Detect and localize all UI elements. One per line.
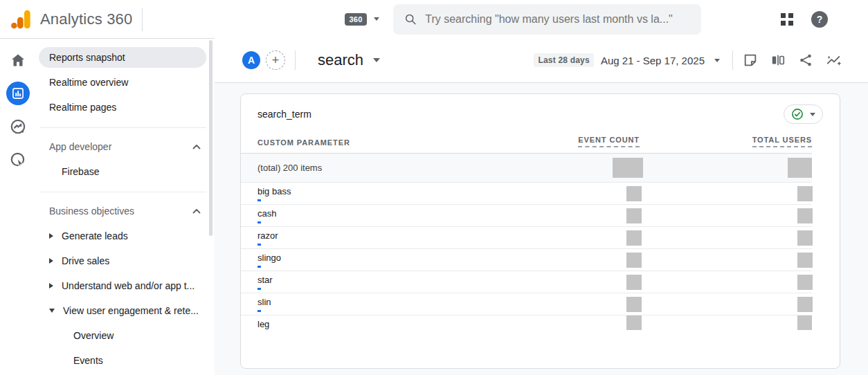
account-switcher[interactable]: 360	[345, 13, 379, 26]
search-term-cell: big bass	[257, 186, 515, 196]
share-icon[interactable]	[798, 53, 813, 68]
sidebar-divider	[39, 192, 206, 192]
sidebar-item-label: Overview	[73, 330, 114, 341]
date-preset-badge: Last 28 days	[534, 53, 593, 67]
comparison-icon[interactable]	[770, 53, 786, 68]
report-header: A + search Last 28 days Aug 21 - Sep 17,…	[215, 38, 868, 83]
date-range-text[interactable]: Aug 21 - Sep 17, 2025	[601, 55, 705, 66]
sidebar-section-business-objectives[interactable]: Business objectives	[39, 202, 201, 220]
add-comparison-button[interactable]: +	[266, 51, 285, 70]
report-title: search	[318, 51, 363, 69]
column-header-custom-parameter: CUSTOM PARAMETER	[257, 138, 350, 147]
sidebar-item-label: Firebase	[62, 166, 99, 177]
search-input[interactable]	[425, 13, 689, 26]
sidebar-item-reports-snapshot[interactable]: Reports snapshot	[39, 47, 206, 68]
table-total-row: (total) 200 items	[241, 154, 812, 183]
sidebar-item-view-user-engagement[interactable]: View user engagement & rete...	[39, 300, 206, 321]
search-term-cell: slin	[257, 297, 515, 307]
global-search[interactable]	[393, 4, 701, 35]
table-row[interactable]: razor	[241, 227, 812, 249]
account-360-badge: 360	[345, 13, 366, 26]
insights-icon[interactable]	[826, 53, 842, 68]
brand-divider	[142, 8, 143, 31]
redacted-value-block	[797, 315, 812, 330]
chevron-down-icon	[374, 17, 379, 21]
search-term-cell: razor	[257, 230, 515, 241]
redacted-link-block	[257, 221, 261, 223]
collapse-triangle-icon[interactable]	[49, 309, 55, 313]
card-title: search_term	[257, 109, 311, 120]
sidebar-item-events[interactable]: Events	[39, 350, 206, 371]
header-divider	[732, 51, 733, 70]
redacted-link-block	[257, 288, 261, 290]
search-icon	[404, 12, 417, 26]
avatar[interactable]: A	[242, 51, 260, 69]
column-header-event-count[interactable]: EVENT COUNT	[578, 136, 640, 147]
redacted-value-block	[613, 158, 643, 178]
total-row-label: (total) 200 items	[257, 163, 322, 173]
table-row[interactable]: slin	[241, 293, 812, 315]
sidebar-item-label: View user engagement & rete...	[63, 305, 199, 316]
home-icon	[10, 52, 26, 68]
redacted-value-block	[797, 275, 813, 290]
data-quality-button[interactable]	[784, 104, 823, 124]
reports-sidebar: Reports snapshot Realtime overview Realt…	[36, 39, 215, 375]
report-title-chevron-icon[interactable]	[373, 58, 380, 62]
column-header-total-users[interactable]: TOTAL USERS	[752, 136, 812, 147]
app-header: Analytics 360 360 ?	[0, 0, 868, 38]
sidebar-divider	[39, 127, 206, 128]
expand-triangle-icon[interactable]	[49, 258, 53, 264]
sidebar-item-label: Understand web and/or app t...	[62, 280, 195, 291]
expand-triangle-icon[interactable]	[49, 233, 53, 239]
report-content: search_term CUSTOM PARAMETER EVENT COUNT…	[215, 83, 868, 375]
sidebar-item-understand-web-app[interactable]: Understand web and/or app t...	[39, 275, 206, 296]
redacted-value-block	[797, 186, 813, 201]
chevron-up-icon	[192, 208, 201, 214]
sidebar-item-label: Drive sales	[62, 255, 109, 266]
check-circle-icon	[791, 108, 804, 120]
table-row[interactable]: big bass	[241, 183, 812, 205]
explore-nav-icon[interactable]	[6, 115, 30, 138]
table-row[interactable]: slingo	[241, 249, 812, 271]
table-row[interactable]: star	[241, 271, 812, 293]
home-nav-icon[interactable]	[6, 48, 30, 72]
sidebar-item-realtime-overview[interactable]: Realtime overview	[39, 72, 206, 93]
sidebar-scrollbar[interactable]	[209, 40, 213, 236]
header-divider	[295, 51, 296, 70]
sidebar-item-realtime-pages[interactable]: Realtime pages	[39, 97, 206, 118]
sidebar-item-label: Realtime overview	[49, 77, 128, 88]
sidebar-item-generate-leads[interactable]: Generate leads	[39, 226, 206, 246]
chevron-up-icon	[192, 144, 201, 149]
redacted-value-block	[797, 230, 813, 246]
sidebar-item-label: Realtime pages	[49, 102, 116, 113]
advertising-nav-icon[interactable]	[6, 148, 30, 172]
advertising-icon	[9, 151, 27, 169]
redacted-link-block	[257, 244, 261, 246]
redacted-link-block	[257, 310, 261, 312]
date-chevron-icon[interactable]	[714, 59, 720, 62]
table-row[interactable]: cash	[241, 205, 812, 227]
redacted-value-block	[797, 208, 813, 223]
sidebar-item-firebase[interactable]: Firebase	[39, 161, 206, 182]
explore-icon	[9, 118, 27, 136]
notes-icon[interactable]	[743, 53, 758, 68]
apps-grid-icon[interactable]	[781, 13, 793, 26]
analytics-logo-icon	[10, 8, 33, 30]
sidebar-item-label: Events	[73, 355, 103, 366]
nav-rail	[0, 39, 36, 375]
sidebar-section-app-developer[interactable]: App developer	[39, 138, 201, 156]
help-icon[interactable]: ?	[811, 11, 828, 28]
sidebar-item-drive-sales[interactable]: Drive sales	[39, 250, 206, 271]
bar-chart-icon	[11, 86, 25, 100]
search-term-card: search_term CUSTOM PARAMETER EVENT COUNT…	[240, 93, 840, 369]
table-row[interactable]: leg	[241, 315, 812, 330]
sidebar-section-label: Business objectives	[49, 205, 134, 217]
search-term-cell: leg	[257, 319, 515, 329]
search-term-cell: cash	[257, 208, 515, 219]
sidebar-section-label: App developer	[49, 141, 111, 152]
brand-logo-group[interactable]: Analytics 360	[10, 8, 143, 31]
sidebar-item-overview[interactable]: Overview	[39, 325, 206, 346]
redacted-link-block	[257, 199, 261, 201]
expand-triangle-icon[interactable]	[49, 283, 53, 289]
reports-nav-icon[interactable]	[6, 82, 30, 105]
